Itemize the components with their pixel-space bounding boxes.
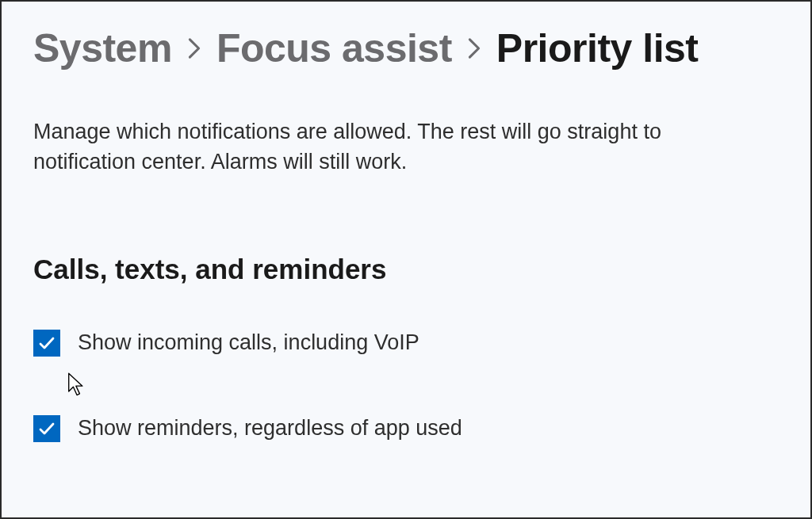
page-description: Manage which notifications are allowed. … [33,117,723,177]
settings-window: System Focus assist Priority list Manage… [0,0,812,519]
breadcrumb: System Focus assist Priority list [33,25,779,71]
checkbox-incoming-calls[interactable] [33,330,60,357]
section-heading-calls: Calls, texts, and reminders [33,254,779,285]
breadcrumb-current: Priority list [496,25,699,71]
checkbox-row-incoming-calls[interactable]: Show incoming calls, including VoIP [33,330,779,357]
breadcrumb-link-focus-assist[interactable]: Focus assist [216,25,452,71]
chevron-right-icon [466,37,482,59]
breadcrumb-link-system[interactable]: System [33,25,172,71]
checkbox-label-incoming-calls[interactable]: Show incoming calls, including VoIP [78,330,419,355]
checkbox-reminders[interactable] [33,415,60,442]
checkbox-label-reminders[interactable]: Show reminders, regardless of app used [78,416,462,441]
checkbox-row-reminders[interactable]: Show reminders, regardless of app used [33,415,779,442]
chevron-right-icon [186,37,202,59]
